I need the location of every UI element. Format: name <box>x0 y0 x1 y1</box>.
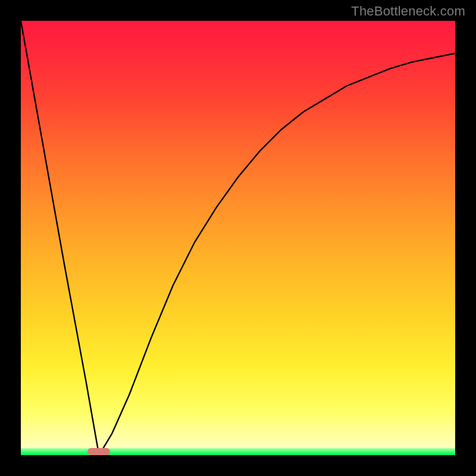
minimum-marker-pill <box>87 448 110 455</box>
curve-svg <box>21 21 455 455</box>
plot-area <box>21 21 455 455</box>
watermark-text: TheBottleneck.com <box>351 4 465 19</box>
bottleneck-curve <box>21 21 455 455</box>
outer-frame: TheBottleneck.com <box>0 0 476 476</box>
